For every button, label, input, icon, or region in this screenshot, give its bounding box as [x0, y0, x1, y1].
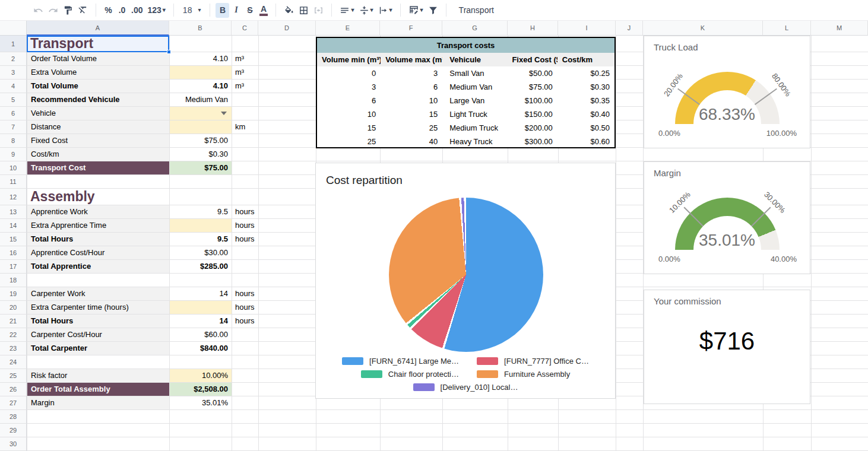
cell-B5[interactable]: Medium Van [170, 93, 232, 106]
cell-B20[interactable] [170, 301, 232, 314]
cell-B8[interactable]: $75.00 [170, 134, 232, 147]
row-header-11[interactable]: 11 [0, 175, 27, 189]
row-header-16[interactable]: 16 [0, 246, 27, 260]
strikethrough-button[interactable]: S [243, 3, 256, 18]
column-header-J[interactable]: J [616, 21, 643, 36]
cell-A19[interactable]: Carpenter Work [27, 287, 169, 300]
cell-A2[interactable]: Order Total Volume [27, 52, 169, 65]
row-header-17[interactable]: 17 [0, 260, 27, 274]
row-header-2[interactable]: 2 [0, 52, 27, 66]
cell-A7[interactable]: Distance [27, 120, 169, 134]
row-header-18[interactable]: 18 [0, 274, 27, 287]
cell-A9[interactable]: Cost/km [27, 148, 169, 161]
row-header-30[interactable]: 30 [0, 437, 27, 451]
select-all-corner[interactable] [0, 21, 27, 36]
cell-B2[interactable]: 4.10 [170, 52, 232, 65]
cell-A17[interactable]: Total Apprentice [27, 260, 169, 273]
percent-format-button[interactable]: % [102, 3, 115, 18]
cell-B22[interactable]: $60.00 [170, 328, 232, 341]
cell-B19[interactable]: 14 [170, 287, 232, 300]
cell-B6[interactable] [170, 107, 232, 120]
row-header-22[interactable]: 22 [0, 328, 27, 342]
borders-icon[interactable] [296, 3, 311, 18]
fill-color-icon[interactable] [281, 3, 296, 18]
row-header-19[interactable]: 19 [0, 287, 27, 301]
cell-C14[interactable]: hours [232, 219, 258, 232]
cell-A25[interactable]: Risk factor [27, 369, 169, 382]
cell-B17[interactable]: $285.00 [170, 260, 232, 273]
cell-B16[interactable]: $30.00 [170, 246, 232, 259]
spreadsheet-grid[interactable]: ABCDEFGHIJKLM 12345678910111213141516171… [0, 21, 868, 451]
cell-B14[interactable] [170, 219, 232, 232]
cell-B3[interactable] [170, 66, 232, 79]
decrease-decimal-button[interactable]: .0 [115, 3, 129, 18]
transport-costs-table[interactable]: Transport costs Volume min (m³)Volume ma… [316, 37, 616, 148]
cell-A5[interactable]: Recommended Vehicule [27, 93, 169, 106]
vertical-align-button[interactable]: ▾ [357, 3, 376, 18]
cell-A27[interactable]: Margin [27, 396, 169, 409]
column-header-D[interactable]: D [258, 21, 316, 36]
cell-B7[interactable] [170, 120, 232, 134]
cell-C19[interactable]: hours [232, 287, 258, 300]
row-header-23[interactable]: 23 [0, 342, 27, 355]
cell-C13[interactable]: hours [232, 205, 258, 218]
cell-B15[interactable]: 9.5 [170, 233, 232, 246]
row-header-20[interactable]: 20 [0, 301, 27, 315]
column-header-K[interactable]: K [643, 21, 763, 36]
increase-decimal-button[interactable]: .00 [129, 3, 145, 18]
row-header-3[interactable]: 3 [0, 66, 27, 80]
cell-A4[interactable]: Total Volume [27, 80, 169, 93]
column-header-C[interactable]: C [232, 21, 258, 36]
cell-A3[interactable]: Extra Volume [27, 66, 169, 79]
horizontal-align-button[interactable]: ▾ [337, 3, 356, 18]
cell-A13[interactable]: Apprentice Work [27, 205, 169, 218]
column-header-L[interactable]: L [763, 21, 811, 36]
row-header-9[interactable]: 9 [0, 148, 27, 161]
cell-A12[interactable]: Assembly [27, 189, 169, 205]
row-header-21[interactable]: 21 [0, 315, 27, 328]
cell-C20[interactable]: hours [232, 301, 258, 314]
cell-C2[interactable]: m³ [232, 52, 258, 65]
row-header-29[interactable]: 29 [0, 424, 27, 437]
row-header-14[interactable]: 14 [0, 219, 27, 233]
row-header-28[interactable]: 28 [0, 410, 27, 424]
margin-gauge[interactable]: Margin 35.01% 0.00% 40.00% 10.00%30.00% [644, 161, 810, 274]
filter-icon[interactable] [426, 3, 441, 18]
undo-icon[interactable] [31, 3, 46, 18]
column-header-H[interactable]: H [508, 21, 558, 36]
row-header-27[interactable]: 27 [0, 396, 27, 410]
column-header-M[interactable]: M [811, 21, 868, 36]
clear-format-icon[interactable] [75, 3, 90, 18]
text-color-button[interactable]: A [256, 3, 270, 18]
selected-cell-outline[interactable] [27, 36, 169, 52]
row-header-8[interactable]: 8 [0, 134, 27, 148]
row-header-5[interactable]: 5 [0, 93, 27, 107]
cell-C21[interactable]: hours [232, 315, 258, 328]
commission-scorecard[interactable]: Your commission $716 [644, 290, 810, 404]
cell-C7[interactable]: km [232, 120, 258, 134]
cell-B21[interactable]: 14 [170, 315, 232, 328]
cell-B10[interactable]: $75.00 [170, 161, 232, 174]
row-header-7[interactable]: 7 [0, 120, 27, 134]
cell-A22[interactable]: Carpenter Cost/Hour [27, 328, 169, 341]
cell-B4[interactable]: 4.10 [170, 80, 232, 93]
cell-A8[interactable]: Fixed Cost [27, 134, 169, 147]
fill-handle[interactable] [167, 50, 171, 54]
cell-B9[interactable]: $0.30 [170, 148, 232, 161]
cell-A23[interactable]: Total Carpenter [27, 342, 169, 355]
cell-B27[interactable]: 35.01% [170, 396, 232, 409]
row-header-25[interactable]: 25 [0, 369, 27, 383]
cell-B25[interactable]: 10.00% [170, 369, 232, 382]
column-header-A[interactable]: A [27, 21, 169, 36]
bold-button[interactable]: B [216, 3, 229, 18]
redo-icon[interactable] [46, 3, 61, 18]
cell-C3[interactable]: m³ [232, 66, 258, 79]
row-header-1[interactable]: 1 [0, 36, 27, 52]
cell-A14[interactable]: Extra Apprentice Time [27, 219, 169, 232]
italic-button[interactable]: I [229, 3, 243, 18]
cell-C4[interactable]: m³ [232, 80, 258, 93]
column-header-F[interactable]: F [380, 21, 442, 36]
column-header-I[interactable]: I [558, 21, 616, 36]
cell-A16[interactable]: Apprentice Cost/Hour [27, 246, 169, 259]
cell-B26[interactable]: $2,508.00 [170, 383, 232, 396]
